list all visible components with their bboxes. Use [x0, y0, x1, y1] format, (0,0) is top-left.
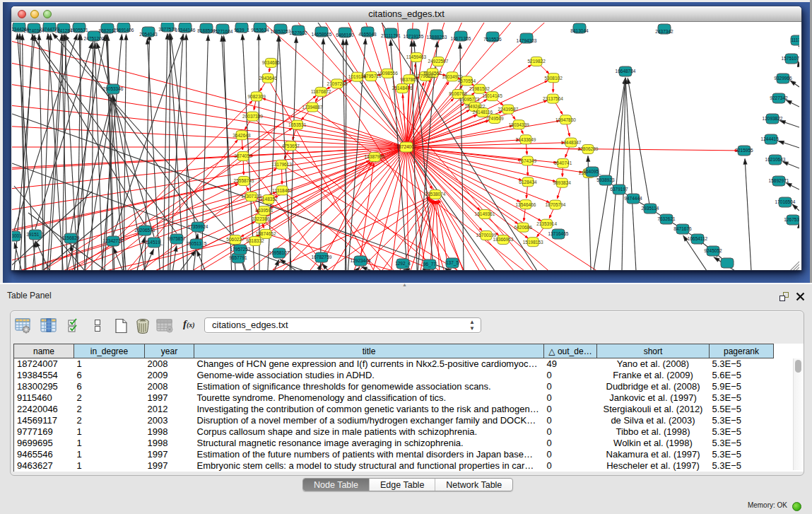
svg-text:11459463: 11459463: [406, 54, 427, 59]
svg-text:8413044: 8413044: [570, 28, 589, 33]
svg-text:6128434: 6128434: [519, 180, 537, 185]
svg-text:96_77: 96_77: [423, 262, 436, 267]
svg-text:9639_1: 9639_1: [234, 28, 249, 33]
svg-text:250513_5: 250513_5: [187, 241, 207, 247]
svg-text:19448347: 19448347: [561, 140, 582, 145]
svg-text:16210643: 16210643: [765, 157, 786, 162]
svg-text:5060227: 5060227: [226, 237, 245, 242]
svg-text:24922597: 24922597: [428, 59, 449, 64]
svg-text:4753657: 4753657: [282, 144, 300, 148]
svg-text:12342737: 12342737: [103, 238, 124, 243]
svg-text:4165048: 4165048: [358, 32, 377, 37]
svg-text:16648784: 16648784: [616, 69, 636, 74]
svg-text:10671355: 10671355: [451, 36, 471, 41]
svg-text:23111791: 23111791: [381, 33, 401, 38]
svg-text:1244415_: 1244415_: [761, 136, 782, 142]
svg-text:15198153: 15198153: [523, 240, 543, 245]
svg-text:21433649: 21433649: [516, 137, 536, 142]
svg-text:3215955: 3215955: [735, 148, 753, 153]
svg-text:9657791: 9657791: [229, 255, 247, 260]
svg-text:29053346: 29053346: [103, 86, 124, 91]
svg-text:10958107: 10958107: [269, 250, 290, 255]
svg-text:126753_: 126753_: [784, 217, 799, 223]
svg-text:10719155: 10719155: [404, 34, 424, 39]
svg-text:18724007: 18724007: [396, 144, 417, 149]
svg-text:25558743: 25558743: [234, 178, 254, 183]
svg-text:19095773: 19095773: [459, 97, 480, 102]
svg-text:17016504: 17016504: [775, 199, 796, 204]
svg-text:9975857: 9975857: [167, 236, 186, 241]
svg-text:13179613: 13179613: [271, 162, 292, 167]
svg-text:9245052: 9245052: [704, 248, 722, 253]
svg-text:21981592: 21981592: [469, 86, 490, 91]
svg-text:9227342: 9227342: [770, 95, 788, 100]
svg-text:6379197: 6379197: [610, 187, 628, 192]
svg-text:2935114: 2935114: [642, 206, 659, 211]
svg-text:18705794: 18705794: [545, 202, 565, 207]
svg-text:9329966: 9329966: [774, 76, 792, 81]
svg-text:21097245: 21097245: [327, 81, 348, 86]
svg-text:39151_1: 39151_1: [26, 232, 45, 238]
svg-text:8539591: 8539591: [255, 208, 273, 213]
svg-text:15751074: 15751074: [782, 56, 799, 61]
svg-text:22806289: 22806289: [578, 146, 599, 151]
svg-text:10654112: 10654112: [688, 236, 708, 241]
svg-text:9082309: 9082309: [247, 94, 266, 99]
svg-text:16782759: 16782759: [312, 255, 332, 259]
svg-text:12093822: 12093822: [763, 116, 783, 121]
svg-text:25148476: 25148476: [392, 86, 413, 90]
svg-text:3322386: 3322386: [252, 216, 270, 221]
svg-text:14387959: 14387959: [365, 154, 385, 159]
svg-text:3377578: 3377578: [158, 27, 177, 32]
svg-text:9153634: 9153634: [251, 28, 269, 33]
svg-text:9474444: 9474444: [624, 196, 642, 201]
svg-text:9318332: 9318332: [246, 238, 264, 243]
svg-text:25492422: 25492422: [465, 104, 486, 109]
svg-text:5938923: 5938923: [596, 177, 615, 182]
svg-text:17307133: 17307133: [241, 194, 261, 199]
svg-text:23137564: 23137564: [543, 96, 563, 101]
svg-text:164095_: 164095_: [583, 169, 601, 175]
svg-text:6540741: 6540741: [554, 160, 572, 165]
svg-text:2943646: 2943646: [259, 76, 277, 81]
svg-text:114519_: 114519_: [146, 240, 163, 245]
svg-text:10344146: 10344146: [175, 28, 196, 33]
svg-text:14658665: 14658665: [312, 32, 332, 37]
svg-text:1653531: 1653531: [288, 122, 307, 127]
svg-text:11876872: 11876872: [311, 89, 331, 94]
svg-text:6994562: 6994562: [423, 71, 442, 76]
svg-text:1905571: 1905571: [70, 28, 88, 33]
svg-text:8471676: 8471676: [673, 226, 692, 231]
svg-text:7749509: 7749509: [486, 116, 504, 121]
svg-text:12923446: 12923446: [351, 258, 371, 263]
svg-text:18874652: 18874652: [256, 231, 276, 236]
svg-text:21353914: 21353914: [536, 221, 557, 226]
svg-text:24751200: 24751200: [84, 36, 105, 41]
svg-text:7632621: 7632621: [657, 216, 676, 221]
svg-text:20206576: 20206576: [135, 228, 155, 233]
svg-text:1156829: 1156829: [62, 235, 80, 240]
svg-text:18034339: 18034339: [509, 122, 529, 127]
svg-text:25271684: 25271684: [213, 29, 233, 34]
svg-text:1117_: 1117_: [791, 37, 799, 43]
svg-text:5219822: 5219822: [527, 59, 546, 64]
svg-text:2054043: 2054043: [139, 32, 158, 37]
svg-text:15892971: 15892971: [769, 178, 789, 183]
svg-text:12888253: 12888253: [427, 35, 447, 40]
svg-text:17394887: 17394887: [302, 105, 323, 110]
svg-text:29691406: 29691406: [114, 28, 134, 33]
svg-text:3874052: 3874052: [234, 153, 252, 158]
svg-text:13716465: 13716465: [548, 231, 569, 236]
svg-text:_43001: _43001: [12, 233, 22, 239]
svg-text:17957253: 17957253: [230, 247, 251, 252]
svg-text:8106768: 8106768: [449, 91, 467, 96]
svg-text:14794303: 14794303: [517, 38, 537, 43]
svg-text:18366963: 18366963: [493, 237, 514, 242]
svg-text:20037339: 20037339: [242, 114, 263, 119]
svg-text:23538074: 23538074: [425, 192, 446, 197]
svg-text:5308102: 5308102: [544, 76, 563, 81]
svg-text:7674349: 7674349: [519, 158, 537, 163]
svg-text:16149361: 16149361: [475, 211, 495, 216]
svg-text:11318461: 11318461: [272, 188, 293, 193]
svg-text:9893824: 9893824: [553, 180, 572, 185]
